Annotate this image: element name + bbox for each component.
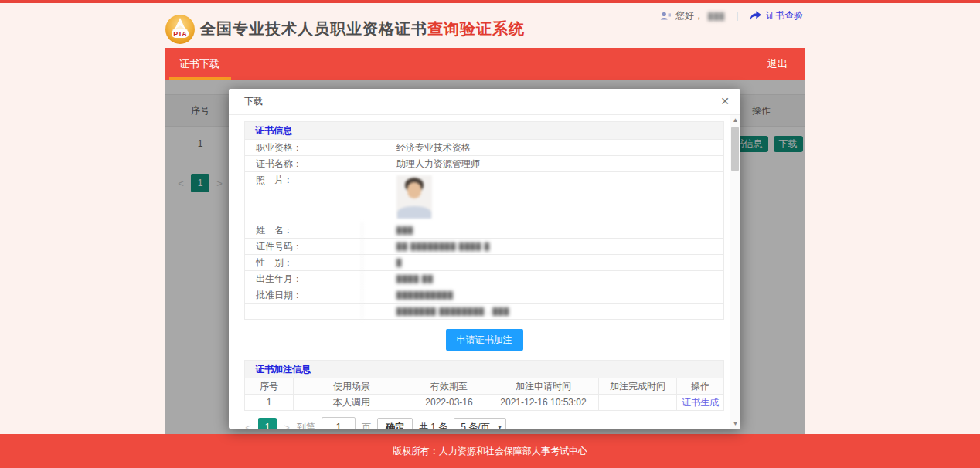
navbar: 证书下载 退出 [165, 48, 805, 80]
certificate-info-section-title: 证书信息 [244, 121, 724, 140]
next-page-arrow[interactable]: > [283, 422, 291, 429]
annotation-table: 序号 使用场景 有效期至 加注申请时间 加注完成时间 操作 1 本人调用 202… [244, 378, 724, 411]
certificate-generating-link[interactable]: 证书生成中... [677, 395, 723, 410]
svg-text:PTA: PTA [173, 30, 187, 38]
page-size-select[interactable]: 5 条/页 ▾ [454, 418, 505, 429]
col-seq: 序号 [245, 378, 294, 394]
pta-logo: PTA [165, 14, 196, 45]
info-value: 助理人力资源管理师 [362, 156, 723, 171]
photo-face [407, 182, 421, 198]
info-label: 性 别： [245, 255, 362, 270]
site-title-main: 全国专业技术人员职业资格证书 [200, 20, 427, 37]
info-value [362, 172, 723, 222]
copyright-text: 版权所有：人力资源和社会保障部人事考试中心 [393, 446, 587, 456]
greeting-text: 您好， [675, 9, 703, 22]
confirm-jump-button[interactable]: 确定 [377, 418, 413, 429]
info-row-cert-name: 证书名称： 助理人力资源管理师 [245, 156, 723, 172]
modal-title: 下载 [244, 96, 263, 107]
download-modal: 下载 ✕ 证书信息 职业资格： 经济专业技术资格 证书名称： 助理人力资源管理师… [229, 89, 740, 429]
username-redacted: ███ [708, 12, 725, 20]
info-row-name: 姓 名： ███ [245, 222, 723, 239]
cell-seq: 1 [245, 395, 294, 410]
modal-header: 下载 ✕ [229, 89, 740, 115]
info-label: 出生年月： [245, 271, 362, 287]
scrollbar-thumb[interactable] [731, 127, 739, 171]
info-value-redacted: █ [362, 255, 723, 270]
chevron-down-icon: ▾ [498, 419, 502, 429]
prev-page-arrow[interactable]: < [244, 422, 252, 429]
tab-certificate-download[interactable]: 证书下载 [166, 48, 233, 80]
certificate-verify-link[interactable]: 证书查验 [766, 9, 803, 22]
col-complete-time: 加注完成时间 [599, 378, 677, 394]
logout-button[interactable]: 退出 [767, 48, 788, 80]
cell-complete-time [599, 395, 677, 410]
annotation-table-header: 序号 使用场景 有效期至 加注申请时间 加注完成时间 操作 [245, 378, 723, 394]
user-icon [660, 11, 671, 22]
info-row-photo: 照 片： [245, 172, 723, 222]
info-value: 经济专业技术资格 [362, 140, 723, 155]
info-value-redacted: ██████████ [362, 287, 723, 303]
site-header: PTA 全国专业技术人员职业资格证书查询验证系统 您好， ███ ｜ 证书查验 [165, 3, 805, 48]
userbar-separator: ｜ [733, 9, 742, 22]
close-icon[interactable]: ✕ [720, 89, 730, 114]
col-valid-until: 有效期至 [410, 378, 488, 394]
info-label [245, 304, 362, 319]
info-label: 照 片： [245, 172, 362, 222]
cell-use-scene: 本人调用 [294, 395, 410, 410]
certificate-info-table: 职业资格： 经济专业技术资格 证书名称： 助理人力资源管理师 照 片： [244, 140, 724, 320]
col-action: 操作 [677, 378, 723, 394]
col-apply-time: 加注申请时间 [488, 378, 599, 394]
info-row-gender: 性 别： █ [245, 255, 723, 271]
modal-scrollbar[interactable]: ▲ ▼ [730, 115, 740, 429]
modal-body: 证书信息 职业资格： 经济专业技术资格 证书名称： 助理人力资源管理师 照 片： [229, 115, 730, 429]
apply-annotation-button[interactable]: 申请证书加注 [446, 329, 523, 351]
info-value-redacted: ██ ████████ ████ █ [362, 239, 723, 254]
pta-logo-icon: PTA [165, 14, 196, 45]
scrollbar-up-icon[interactable]: ▲ [730, 115, 740, 125]
info-value-redacted: ███ [362, 222, 723, 238]
jump-label: 到第 [297, 421, 315, 429]
info-row-birth: 出生年月： ████ ██ [245, 271, 723, 287]
cell-valid-until: 2022-03-16 [410, 395, 488, 410]
info-label: 批准日期： [245, 287, 362, 303]
info-row-approval-date: 批准日期： ██████████ [245, 287, 723, 304]
total-count-label: 共 1 条 [419, 421, 447, 429]
share-arrow-icon [750, 11, 761, 21]
page: PTA 全国专业技术人员职业资格证书查询验证系统 您好， ███ ｜ 证书查验 … [0, 0, 980, 468]
tab-certificate-download-label: 证书下载 [179, 58, 219, 70]
photo-shirt [397, 206, 431, 219]
certificate-photo [396, 175, 432, 219]
cell-apply-time: 2021-12-16 10:53:02 [488, 395, 599, 410]
user-bar: 您好， ███ ｜ 证书查验 [660, 9, 803, 22]
apply-button-row: 申请证书加注 [244, 329, 724, 351]
info-label: 证件号码： [245, 239, 362, 254]
col-use-scene: 使用场景 [294, 378, 410, 394]
info-row-issuer: ███████ ████████，███ [245, 304, 723, 319]
info-label: 职业资格： [245, 140, 362, 155]
info-row-id-number: 证件号码： ██ ████████ ████ █ [245, 239, 723, 255]
scrollbar-down-icon[interactable]: ▼ [730, 419, 740, 429]
info-value-redacted: ███████ ████████，███ [362, 304, 723, 319]
jump-page-input[interactable] [322, 417, 356, 429]
info-value-redacted: ████ ██ [362, 271, 723, 287]
site-title-accent: 查询验证系统 [427, 20, 525, 37]
footer: 版权所有：人力资源和社会保障部人事考试中心 [0, 434, 980, 468]
info-label: 姓 名： [245, 222, 362, 238]
annotation-table-row: 1 本人调用 2022-03-16 2021-12-16 10:53:02 证书… [245, 394, 723, 410]
info-label: 证书名称： [245, 156, 362, 171]
site-title: 全国专业技术人员职业资格证书查询验证系统 [200, 19, 525, 39]
annotation-section-title: 证书加注信息 [244, 360, 724, 378]
annotation-pagination: < 1 > 到第 页 确定 共 1 条 5 条/页 ▾ [244, 417, 724, 429]
page-size-value: 5 条/页 [461, 422, 489, 429]
page-unit-label: 页 [362, 421, 371, 429]
page-number-button[interactable]: 1 [258, 418, 277, 429]
info-row-qualification: 职业资格： 经济专业技术资格 [245, 140, 723, 156]
